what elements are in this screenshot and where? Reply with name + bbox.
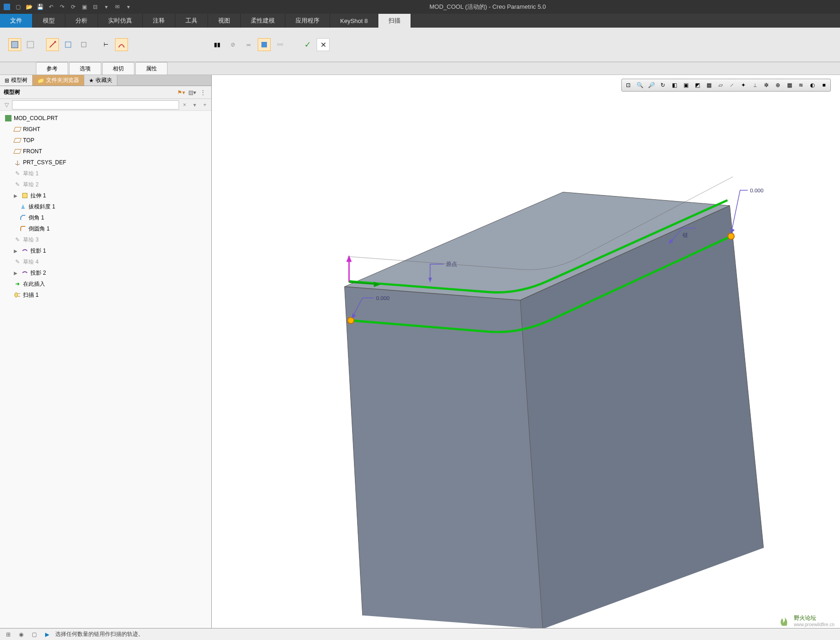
layers-icon[interactable]: ≋: [795, 80, 806, 90]
filter-icon[interactable]: ▽: [2, 100, 11, 110]
tab-tangent[interactable]: 相切: [102, 62, 134, 75]
menu-flex[interactable]: 柔性建模: [241, 14, 285, 28]
spin-center-icon[interactable]: ⊕: [772, 80, 783, 90]
stop-icon[interactable]: ■: [818, 80, 829, 90]
expand-icon[interactable]: ▶: [14, 248, 19, 254]
expand-icon[interactable]: ▶: [14, 271, 19, 276]
tree-settings-icon[interactable]: ⚑▾: [176, 88, 185, 97]
plane-icon: [14, 148, 21, 155]
filter-add-icon[interactable]: +: [200, 100, 209, 110]
annotation-icon[interactable]: ✼: [761, 80, 772, 90]
dim-right: 0.000: [750, 187, 764, 193]
menu-tools[interactable]: 工具: [175, 14, 208, 28]
zoom-out-icon[interactable]: 🔎: [646, 80, 657, 90]
datum-csys-icon[interactable]: ⟂: [749, 80, 760, 90]
filter-dropdown-icon[interactable]: ▾: [190, 100, 199, 110]
tree-draft[interactable]: 拔模斜度 1: [0, 201, 211, 212]
section-const-button[interactable]: ⊢: [99, 38, 112, 51]
named-view-icon[interactable]: ▦: [703, 80, 714, 90]
status-select-icon[interactable]: ▢: [29, 630, 39, 639]
cancel-button[interactable]: ✕: [317, 38, 330, 51]
menu-app[interactable]: 应用程序: [285, 14, 330, 28]
tree-sketch-3[interactable]: ✎草绘 3: [0, 234, 211, 245]
remove-material-button[interactable]: [62, 38, 75, 51]
display-style-icon[interactable]: ▦: [784, 80, 795, 90]
tree-plane-right[interactable]: RIGHT: [0, 124, 211, 135]
tree-show-icon[interactable]: ▤▾: [187, 88, 197, 97]
save-icon[interactable]: 💾: [35, 2, 45, 12]
sketch-button[interactable]: [46, 38, 59, 51]
preview-button[interactable]: [258, 38, 271, 51]
refit-icon[interactable]: ⊡: [623, 80, 634, 90]
window-icon[interactable]: ▣: [79, 2, 89, 12]
tab-model-tree[interactable]: ⊞模型树: [0, 75, 33, 86]
tree-extrude-1[interactable]: ▶拉伸 1: [0, 190, 211, 201]
tree-expand-icon[interactable]: ⋮: [198, 88, 208, 97]
menu-view[interactable]: 视图: [208, 14, 241, 28]
tree-round[interactable]: 倒圆角 1: [0, 223, 211, 234]
flame-icon: [777, 615, 791, 627]
tree-chamfer[interactable]: 倒角 1: [0, 212, 211, 223]
tree-plane-top[interactable]: TOP: [0, 135, 211, 146]
filter-input[interactable]: [12, 100, 179, 110]
tab-favorites[interactable]: ★收藏夹: [84, 75, 117, 86]
tree-sketch-2[interactable]: ✎草绘 2: [0, 179, 211, 190]
surface-sweep-button[interactable]: [24, 38, 37, 51]
dropdown-icon[interactable]: ▾: [101, 2, 111, 12]
tree-root[interactable]: MOD_COOL.PRT: [0, 113, 211, 124]
view-toolbar: ⊡ 🔍 🔎 ↻ ◧ ▣ ◩ ▦ ▱ ⟋ ✦ ⟂ ✼ ⊕ ▦ ≋ ◐ ■: [621, 79, 831, 92]
verify-button[interactable]: 👓: [273, 38, 286, 51]
tree-sweep-1[interactable]: 扫描 1: [0, 289, 211, 300]
no-preview-button[interactable]: ⊘: [226, 38, 239, 51]
pause-button[interactable]: ▮▮: [211, 38, 224, 51]
section-var-button[interactable]: [115, 38, 128, 51]
expand-icon[interactable]: ▶: [14, 193, 19, 198]
app-icon[interactable]: [2, 2, 12, 12]
menu-sweep[interactable]: 扫描: [378, 14, 411, 28]
datum-axis-icon[interactable]: ⟋: [726, 80, 737, 90]
saved-view-icon[interactable]: ▣: [680, 80, 691, 90]
tree-filter: ▽ × ▾ +: [0, 99, 211, 111]
redo-icon[interactable]: ↷: [57, 2, 67, 12]
menu-file[interactable]: 文件: [0, 14, 33, 28]
tree-sketch-1[interactable]: ✎草绘 1: [0, 168, 211, 179]
regen-icon[interactable]: ⟳: [68, 2, 78, 12]
perspective-icon[interactable]: ◩: [692, 80, 703, 90]
filter-clear-icon[interactable]: ×: [180, 100, 189, 110]
close-win-icon[interactable]: ⊟: [90, 2, 100, 12]
ok-button[interactable]: ✓: [301, 38, 314, 51]
tree-csys[interactable]: PRT_CSYS_DEF: [0, 157, 211, 168]
datum-plane-icon[interactable]: ▱: [715, 80, 726, 90]
status-tree-icon[interactable]: ⊞: [4, 630, 13, 639]
tab-reference[interactable]: 参考: [36, 62, 68, 75]
mapkeys-icon[interactable]: ◐: [807, 80, 818, 90]
menu-model[interactable]: 模型: [33, 14, 65, 28]
tab-folder-browser[interactable]: 📁文件夹浏览器: [33, 75, 84, 86]
zoom-in-icon[interactable]: 🔍: [634, 80, 645, 90]
shading-icon[interactable]: ◧: [669, 80, 680, 90]
tree-plane-front[interactable]: FRONT: [0, 146, 211, 157]
menu-annotate[interactable]: 注释: [143, 14, 175, 28]
status-info-icon[interactable]: ◉: [17, 630, 26, 639]
more-icon[interactable]: ▾: [123, 2, 133, 12]
tab-attributes[interactable]: 属性: [135, 62, 168, 75]
tab-options[interactable]: 选项: [69, 62, 101, 75]
menu-sim[interactable]: 实时仿真: [98, 14, 143, 28]
tree-insert-here[interactable]: ➜在此插入: [0, 278, 211, 289]
solid-sweep-button[interactable]: [8, 38, 21, 51]
3d-viewport[interactable]: ⊡ 🔍 🔎 ↻ ◧ ▣ ◩ ▦ ▱ ⟋ ✦ ⟂ ✼ ⊕ ▦ ≋ ◐ ■: [212, 75, 840, 628]
svg-rect-5: [81, 42, 86, 47]
menu-keyshot[interactable]: KeyShot 8: [330, 14, 378, 28]
thin-button[interactable]: [77, 38, 90, 51]
open-icon[interactable]: 📂: [24, 2, 34, 12]
tree-project-2[interactable]: ▶投影 2: [0, 267, 211, 278]
datum-point-icon[interactable]: ✦: [738, 80, 749, 90]
tree-sketch-4[interactable]: ✎草绘 4: [0, 256, 211, 267]
attach-button[interactable]: ⫘: [242, 38, 255, 51]
new-icon[interactable]: ▢: [13, 2, 23, 12]
mail-icon[interactable]: ✉: [112, 2, 122, 12]
undo-icon[interactable]: ↶: [46, 2, 56, 12]
menu-analysis[interactable]: 分析: [65, 14, 98, 28]
repaint-icon[interactable]: ↻: [657, 80, 668, 90]
tree-project-1[interactable]: ▶投影 1: [0, 245, 211, 256]
